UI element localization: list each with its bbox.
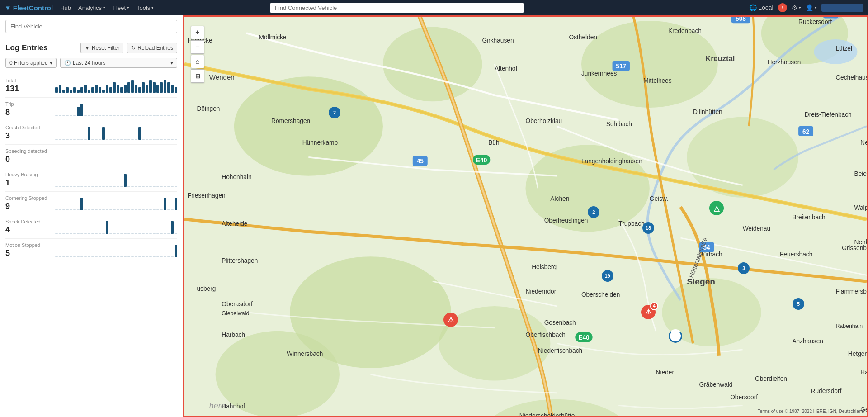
bar — [55, 256, 58, 257]
nav-hub[interactable]: Hub — [60, 5, 71, 11]
stat-bars — [55, 173, 177, 187]
nav-right-section: 🌐 Local ! ⚙ ▾ 👤 ▾ — [749, 3, 863, 12]
bar — [146, 139, 148, 140]
bar — [109, 186, 112, 187]
brand-logo[interactable]: ▼ FleetControl — [5, 4, 53, 12]
map-marker[interactable]: 18 — [642, 222, 654, 234]
bar — [84, 115, 87, 116]
bar — [171, 186, 174, 187]
nav-action-btn[interactable] — [821, 4, 863, 12]
svg-text:Hetgersdorf: Hetgersdorf — [848, 351, 867, 357]
reset-filter-btn[interactable]: ▼ Reset Filter — [80, 43, 123, 53]
fleet-chevron-icon: ▾ — [127, 5, 129, 10]
nav-tools[interactable]: Tools ▾ — [137, 5, 154, 11]
stat-value: 1 — [5, 178, 55, 188]
reload-entries-btn[interactable]: ↻ Reload Entries — [127, 43, 177, 53]
filter-chevron-icon: ▾ — [50, 60, 52, 66]
map-marker[interactable]: △ — [709, 201, 724, 215]
bar — [62, 90, 65, 93]
bar — [88, 115, 90, 116]
user-btn[interactable]: 👤 ▾ — [806, 4, 817, 11]
stat-row: Cornering Stopped9 — [5, 192, 177, 215]
layers-btn[interactable]: ⊞ — [191, 69, 204, 83]
bar — [127, 82, 130, 92]
nav-analytics[interactable]: Analytics ▾ — [78, 5, 105, 11]
map-marker[interactable] — [669, 329, 682, 343]
bar — [120, 256, 123, 257]
svg-text:Oberdielfen: Oberdielfen — [755, 375, 787, 382]
bar — [73, 115, 76, 116]
svg-text:Hohenhain: Hohenhain — [222, 174, 251, 180]
svg-text:Nieder...: Nieder... — [656, 369, 679, 376]
svg-text:Oberholzklau: Oberholzklau — [526, 118, 562, 124]
svg-text:Plittershagen: Plittershagen — [222, 257, 258, 264]
bar — [66, 256, 69, 257]
bar — [88, 233, 90, 234]
bar — [62, 233, 65, 234]
bar — [70, 115, 72, 116]
time-filter-select[interactable]: 🕐 Last 24 hours ▾ — [60, 58, 177, 68]
bar — [164, 115, 166, 116]
svg-text:Langenholdinghausen: Langenholdinghausen — [581, 158, 642, 165]
bar — [70, 90, 72, 93]
bar — [66, 87, 69, 92]
bar — [84, 209, 87, 210]
map-marker[interactable]: 3 — [738, 262, 750, 274]
bar — [131, 209, 134, 210]
stats-section: Total131Trip8Crash Detected3Speeding det… — [0, 71, 183, 265]
svg-text:Römershagen: Römershagen — [271, 118, 310, 124]
bar — [160, 233, 163, 234]
nav-fleet[interactable]: Fleet ▾ — [113, 5, 129, 11]
svg-point-1 — [234, 76, 383, 175]
settings-btn[interactable]: ⚙ ▾ — [792, 4, 801, 11]
bar — [109, 115, 112, 116]
bar — [156, 139, 159, 140]
bar — [99, 256, 101, 257]
map-marker[interactable]: 2 — [329, 107, 340, 118]
bar — [91, 87, 94, 92]
bar — [102, 115, 105, 116]
map-marker[interactable]: ⚠ — [443, 313, 458, 327]
bar — [59, 256, 61, 257]
map-marker[interactable]: 19 — [602, 270, 613, 282]
bar — [117, 209, 119, 210]
svg-text:Gosenbach: Gosenbach — [544, 319, 576, 326]
bar — [113, 186, 116, 187]
vehicle-search-section — [0, 15, 183, 38]
svg-text:Oberasdorf: Oberasdorf — [222, 301, 253, 308]
bar — [59, 115, 61, 116]
bar — [127, 139, 130, 140]
svg-point-2 — [383, 27, 482, 102]
svg-text:Weidenau: Weidenau — [743, 225, 770, 232]
svg-text:Netphen: Netphen — [860, 139, 867, 146]
bar — [117, 139, 119, 140]
svg-text:Sohlbach: Sohlbach — [606, 121, 632, 128]
bar — [59, 233, 61, 234]
bar — [95, 139, 98, 140]
bar — [124, 115, 127, 116]
locale-selector[interactable]: 🌐 Local — [749, 4, 773, 11]
filters-applied-badge[interactable]: 0 Filters applied ▾ — [5, 58, 57, 68]
bar — [77, 256, 80, 257]
bar — [77, 90, 80, 93]
settings-icon: ⚙ — [792, 4, 797, 11]
map-marker[interactable]: 5 — [793, 298, 804, 310]
find-vehicle-input[interactable] — [5, 20, 177, 33]
home-btn[interactable]: ⌂ — [191, 55, 204, 68]
bar — [175, 245, 177, 257]
zoom-out-btn[interactable]: − — [191, 40, 204, 54]
stat-label: Speeding detected — [5, 148, 64, 154]
bar — [156, 209, 159, 210]
map-marker[interactable]: ⚠4 — [641, 305, 656, 319]
stat-bars — [55, 79, 177, 93]
map-marker[interactable]: 2 — [588, 206, 599, 218]
bar — [120, 87, 123, 92]
alert-icon-btn[interactable]: ! — [778, 3, 787, 12]
zoom-in-btn[interactable]: + — [191, 26, 204, 39]
global-search-input[interactable] — [270, 3, 524, 13]
bar — [88, 186, 90, 187]
tools-chevron-icon: ▾ — [151, 5, 154, 10]
bar — [55, 139, 58, 140]
stat-label: Motion Stopped — [5, 242, 55, 248]
svg-text:Mittelhees: Mittelhees — [643, 77, 672, 84]
